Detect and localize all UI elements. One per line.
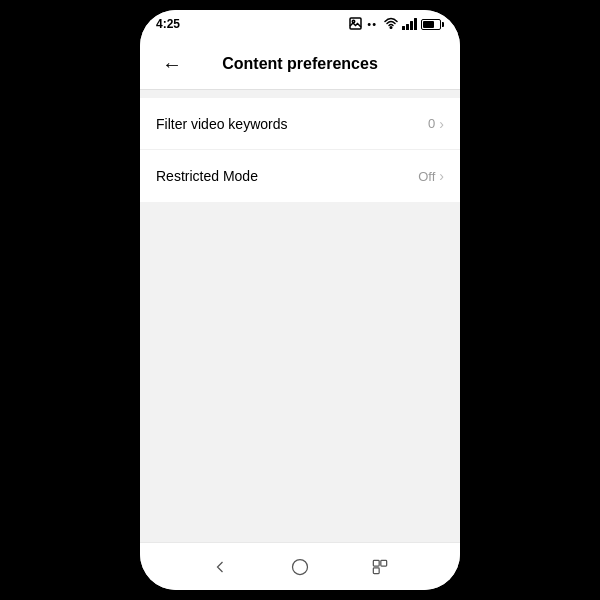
nav-recent-button[interactable]	[368, 555, 392, 579]
content-area: Filter video keywords 0 › Restricted Mod…	[140, 90, 460, 542]
svg-point-2	[390, 27, 392, 29]
bottom-nav	[140, 542, 460, 590]
signal-icon	[402, 18, 417, 30]
back-button[interactable]: ←	[156, 48, 188, 80]
phone-frame: 4:25 ••	[140, 10, 460, 590]
nav-home-icon	[290, 557, 310, 577]
wifi-icon	[384, 17, 398, 31]
battery-icon	[421, 19, 444, 30]
page-title: Content preferences	[222, 55, 378, 73]
filter-video-keywords-chevron: ›	[439, 116, 444, 132]
nav-back-icon	[210, 557, 230, 577]
dots-icon: ••	[367, 18, 377, 30]
nav-back-button[interactable]	[208, 555, 232, 579]
restricted-mode-item[interactable]: Restricted Mode Off ›	[140, 150, 460, 202]
restricted-mode-right: Off ›	[418, 168, 444, 184]
filter-video-keywords-value: 0	[428, 116, 435, 131]
gallery-status-icon	[349, 17, 362, 32]
status-time: 4:25	[156, 17, 180, 31]
svg-rect-5	[381, 560, 387, 566]
restricted-mode-value: Off	[418, 169, 435, 184]
status-bar: 4:25 ••	[140, 10, 460, 38]
settings-section: Filter video keywords 0 › Restricted Mod…	[140, 98, 460, 202]
filter-video-keywords-item[interactable]: Filter video keywords 0 ›	[140, 98, 460, 150]
svg-point-3	[293, 559, 308, 574]
status-icons: ••	[349, 17, 444, 32]
filter-video-keywords-right: 0 ›	[428, 116, 444, 132]
filter-video-keywords-label: Filter video keywords	[156, 116, 288, 132]
svg-rect-4	[373, 560, 379, 566]
page-header: ← Content preferences	[140, 38, 460, 90]
svg-rect-6	[373, 567, 379, 573]
nav-recent-icon	[370, 557, 390, 577]
restricted-mode-chevron: ›	[439, 168, 444, 184]
restricted-mode-label: Restricted Mode	[156, 168, 258, 184]
nav-home-button[interactable]	[288, 555, 312, 579]
back-arrow-icon: ←	[162, 54, 182, 74]
